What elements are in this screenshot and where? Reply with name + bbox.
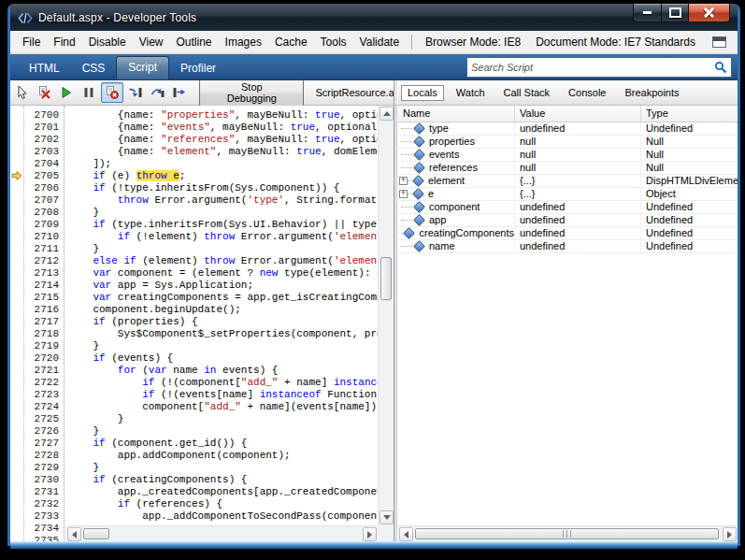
break-all-button[interactable] <box>79 82 99 103</box>
menu-validate[interactable]: Validate <box>353 32 406 53</box>
menu-find[interactable]: Find <box>47 32 81 53</box>
code-line[interactable]: } <box>68 243 378 255</box>
continue-button[interactable] <box>57 82 78 103</box>
code-line[interactable]: if (creatingComponents) { <box>68 474 378 486</box>
code-line[interactable]: var component = (element ? new type(elem… <box>68 267 378 280</box>
locals-row-element[interactable]: +element{...}DispHTMLDivElement <box>398 175 738 188</box>
code-line[interactable]: if (e) throw e; <box>68 170 378 182</box>
panel-tab-call-stack[interactable]: Call Stack <box>497 85 557 101</box>
code-line[interactable]: Sys$Component$_setProperties(component, … <box>68 328 378 340</box>
tab-profiler[interactable]: Profiler <box>169 58 227 79</box>
minimize-button[interactable] <box>633 4 662 22</box>
vertical-scroll-thumb[interactable] <box>380 257 392 300</box>
column-header-type[interactable]: Type <box>641 106 738 122</box>
code-line[interactable]: if (type.inheritsFrom(Sys.UI.Behavior) |… <box>68 219 378 231</box>
browser-mode-menu[interactable]: Browser Mode: IE8 <box>425 36 521 49</box>
locals-row-e[interactable]: +e{...}Object <box>398 188 738 201</box>
panel-tab-console[interactable]: Console <box>562 85 612 101</box>
menu-disable[interactable]: Disable <box>82 32 133 53</box>
panel-tab-locals[interactable]: Locals <box>401 85 444 101</box>
panel-tab-breakpoints[interactable]: Breakpoints <box>618 85 685 101</box>
stop-debugging-button[interactable]: Stop Debugging <box>199 79 304 108</box>
column-header-value[interactable]: Value <box>515 106 641 122</box>
search-icon[interactable] <box>714 61 727 74</box>
scroll-left-button[interactable] <box>399 527 413 541</box>
scroll-right-button[interactable] <box>723 527 737 541</box>
panel-tab-watch[interactable]: Watch <box>450 85 492 101</box>
scroll-right-button[interactable] <box>363 527 377 541</box>
select-element-button[interactable] <box>12 82 33 103</box>
breakpoint-gutter[interactable] <box>10 106 23 541</box>
code-line[interactable]: } <box>68 207 378 219</box>
menu-images[interactable]: Images <box>219 32 268 53</box>
locals-row-properties[interactable]: propertiesnullNull <box>398 136 738 149</box>
menu-view[interactable]: View <box>133 32 170 53</box>
code-line[interactable]: if (properties) { <box>68 316 378 328</box>
code-line[interactable]: } <box>68 413 378 425</box>
horizontal-scroll-thumb[interactable] <box>83 528 109 539</box>
code-line[interactable]: var app = Sys.Application; <box>68 280 378 292</box>
code-line[interactable]: if (!element) throw Error.argument('elem… <box>68 231 378 243</box>
code-line[interactable]: component.beginUpdate(); <box>68 304 378 316</box>
code-line[interactable]: for (var name in events) { <box>68 365 378 377</box>
locals-horizontal-scrollbar[interactable] <box>398 525 738 541</box>
code-line[interactable]: if (!type.inheritsFrom(Sys.Component)) { <box>68 182 378 194</box>
expand-plus-icon[interactable]: + <box>399 190 408 198</box>
code-line[interactable]: var creatingComponents = app.get_isCreat… <box>68 292 378 304</box>
scroll-left-button[interactable] <box>67 527 81 541</box>
code-line[interactable]: } <box>68 340 378 352</box>
code-line[interactable]: app._createdComponents[app._createdCompo… <box>68 486 378 498</box>
code-line[interactable]: } <box>68 462 378 474</box>
locals-row-app[interactable]: appundefinedUndefined <box>398 214 738 227</box>
document-mode-menu[interactable]: Document Mode: IE7 Standards <box>536 36 695 49</box>
tab-script[interactable]: Script <box>116 56 169 79</box>
step-into-button[interactable] <box>125 82 146 103</box>
code-line[interactable]: {name: "events", mayBeNull: true, option… <box>68 122 378 134</box>
code-line[interactable]: if (!(events[name] instanceof Function) <box>68 389 378 401</box>
code-line[interactable]: if (component.get_id()) { <box>68 438 378 450</box>
column-header-name[interactable]: Name <box>398 106 515 122</box>
clear-breakpoints-button[interactable] <box>35 82 55 103</box>
close-button[interactable] <box>688 4 730 22</box>
expand-plus-icon[interactable]: + <box>399 177 408 185</box>
code-line[interactable]: } <box>68 425 378 438</box>
menu-tools[interactable]: Tools <box>314 32 353 53</box>
tab-css[interactable]: CSS <box>71 58 117 79</box>
locals-row-references[interactable]: referencesnullNull <box>398 162 738 175</box>
code-line[interactable]: if (events) { <box>68 352 378 365</box>
code-line[interactable]: {name: "references", mayBeNull: true, op… <box>68 134 378 146</box>
scroll-down-button[interactable] <box>380 510 394 524</box>
locals-row-component[interactable]: componentundefinedUndefined <box>398 201 738 214</box>
script-file-selector[interactable]: ScriptResource.a <box>315 87 394 98</box>
menu-outline[interactable]: Outline <box>170 32 219 53</box>
code-horizontal-scrollbar[interactable] <box>66 525 378 541</box>
code-line[interactable]: component["add_" + name](events[name]); <box>68 401 378 413</box>
code-line[interactable]: if (!(component["add_" + name] instance <box>68 377 378 389</box>
locals-row-name[interactable]: nameundefinedUndefined <box>398 240 738 253</box>
menu-cache[interactable]: Cache <box>268 32 314 53</box>
unpin-window-button[interactable] <box>709 35 728 50</box>
step-over-button[interactable] <box>148 82 168 103</box>
horizontal-scroll-thumb[interactable] <box>415 528 719 539</box>
code-line[interactable]: ]); <box>68 158 378 170</box>
code-line[interactable]: app._addComponentToSecondPass(component <box>68 510 378 523</box>
step-out-button[interactable] <box>169 82 190 103</box>
maximize-button[interactable] <box>662 4 688 22</box>
code-line[interactable]: {name: "properties", mayBeNull: true, op… <box>68 109 378 122</box>
code-editor[interactable]: {name: "properties", mayBeNull: true, op… <box>66 106 378 525</box>
menu-file[interactable]: File <box>16 32 47 53</box>
code-vertical-scrollbar[interactable] <box>378 106 394 525</box>
code-line[interactable]: if (references) { <box>68 498 378 510</box>
code-line[interactable]: throw Error.argument('type', String.form… <box>68 194 378 207</box>
locals-row-events[interactable]: eventsnullNull <box>398 149 738 162</box>
search-input[interactable] <box>467 60 714 75</box>
break-on-error-button[interactable] <box>101 82 123 103</box>
code-line[interactable]: app.addComponent(component); <box>68 450 378 462</box>
scroll-up-button[interactable] <box>380 107 394 121</box>
title-bar[interactable]: Default.aspx - Developer Tools <box>10 4 738 31</box>
locals-row-type[interactable]: typeundefinedUndefined <box>398 122 738 136</box>
tab-html[interactable]: HTML <box>18 58 71 79</box>
code-line[interactable]: {name: "element", mayBeNull: true, domEl… <box>68 146 378 158</box>
code-line[interactable]: else if (element) throw Error.argument('… <box>68 255 378 267</box>
locals-row-creatingcomponents[interactable]: creatingComponentsundefinedUndefined <box>398 227 738 240</box>
